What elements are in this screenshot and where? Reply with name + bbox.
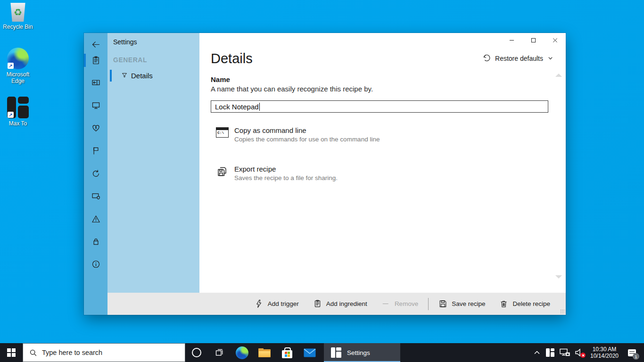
toolbar-label: Add trigger [268, 300, 299, 307]
tray-clock[interactable]: 10:30 AM 10/14/2020 [586, 346, 622, 359]
settings-nav-panel: Settings GENERAL Details [107, 33, 199, 293]
save-recipe-button[interactable]: Save recipe [431, 293, 492, 315]
system-tray: 10:30 AM 10/14/2020 1 [531, 343, 644, 362]
tray-time: 10:30 AM [586, 346, 622, 353]
minimize-button[interactable] [501, 33, 522, 47]
windows-logo-icon [7, 348, 16, 357]
toolbar-label: Delete recipe [512, 300, 550, 307]
tray-maxto-button[interactable] [543, 343, 557, 362]
copy-command-line-button[interactable]: C:\ Copy as command line Copies the comm… [216, 126, 380, 143]
sidebar-item-flags[interactable] [84, 141, 107, 160]
file-explorer-button[interactable] [253, 343, 276, 362]
task-label: Settings [347, 349, 370, 356]
lock-icon [91, 237, 101, 247]
desktop-icon-label: Recycle Bin [3, 24, 33, 30]
network-icon [560, 348, 570, 357]
sidebar-rail [84, 33, 107, 315]
remove-button: Remove [374, 293, 425, 315]
action-subtitle: Copies the commands for use on the comma… [234, 136, 380, 143]
search-placeholder: Type here to search [42, 349, 102, 356]
task-view-button[interactable] [208, 343, 231, 362]
restore-defaults-button[interactable]: Restore defaults [482, 54, 553, 63]
close-icon [553, 38, 558, 43]
toolbar-label: Save recipe [452, 300, 485, 307]
sidebar-item-about[interactable] [84, 255, 107, 273]
sidebar-item-health[interactable] [84, 118, 107, 137]
sidebar-item-recipes[interactable] [84, 51, 107, 70]
minimize-icon [509, 38, 514, 43]
taskbar-task-settings[interactable]: Settings [324, 343, 400, 362]
action-subtitle: Saves the recipe to a file for sharing. [234, 174, 338, 181]
tray-date: 10/14/2020 [586, 353, 622, 359]
text-caret [259, 103, 260, 111]
toolbar-label: Add ingredient [326, 300, 367, 307]
close-button[interactable] [544, 33, 566, 47]
nav-panel-title: Settings [113, 38, 137, 46]
scroll-down-arrow[interactable] [555, 275, 562, 279]
floppy-icon [438, 299, 447, 308]
desktop-icon-maxto[interactable]: ↗ Max To [1, 97, 35, 127]
taskbar: Type here to search [0, 343, 644, 362]
desktop: ♻ Recycle Bin ↗ Microsoft Edge ↗ Max To [0, 0, 644, 362]
cortana-icon [192, 348, 201, 357]
microsoft-store-button[interactable] [276, 343, 298, 362]
resize-grip[interactable] [560, 309, 565, 314]
window-caption-buttons [501, 33, 566, 47]
notification-badge: 1 [633, 353, 639, 360]
chevron-up-icon [534, 351, 540, 354]
warning-triangle-icon [91, 214, 101, 224]
store-icon [282, 350, 292, 358]
sidebar-item-triggers[interactable] [84, 73, 107, 92]
sync-icon [91, 169, 101, 179]
scroll-up-arrow[interactable] [555, 74, 562, 77]
action-title: Export recipe [234, 165, 338, 173]
name-input[interactable]: Lock Notepad [211, 100, 548, 113]
desktop-icon-label: Microsoft Edge [3, 71, 33, 84]
desktop-icon-recycle-bin[interactable]: ♻ Recycle Bin [1, 3, 35, 30]
nav-item-label: Details [131, 72, 153, 80]
mail-button[interactable] [298, 343, 321, 362]
edge-icon [236, 346, 248, 359]
name-label: Name [211, 75, 230, 83]
desktop-icon-microsoft-edge[interactable]: ↗ Microsoft Edge [1, 48, 35, 84]
sidebar-item-permissions[interactable] [84, 187, 107, 206]
maximize-icon [531, 38, 536, 43]
sidebar-item-warnings[interactable] [84, 209, 107, 228]
export-recipe-button[interactable]: Export recipe Saves the recipe to a file… [216, 165, 338, 181]
volume-muted-badge [580, 353, 586, 358]
maxto-icon [546, 348, 554, 357]
sidebar-item-monitors[interactable] [84, 96, 107, 115]
flag-icon [91, 146, 101, 156]
name-description: A name that you can easily recognize thi… [211, 85, 373, 93]
maxto-icon [331, 347, 341, 358]
nav-section-label: GENERAL [113, 56, 147, 64]
back-arrow-icon [91, 40, 101, 49]
chevron-down-icon [547, 55, 553, 61]
add-trigger-button[interactable]: Add trigger [248, 293, 306, 315]
funnel-icon [120, 71, 129, 80]
action-center-button[interactable]: 1 [622, 343, 641, 362]
tray-volume-button[interactable] [572, 343, 586, 362]
trash-icon [499, 299, 508, 308]
maximize-button[interactable] [522, 33, 544, 47]
clipboard-icon [313, 299, 322, 308]
details-page: Details Restore defaults Name A name tha… [199, 33, 566, 293]
sidebar-item-license[interactable] [84, 232, 107, 251]
delete-recipe-button[interactable]: Delete recipe [492, 293, 557, 315]
hidden-icons-button[interactable] [531, 343, 543, 362]
taskbar-edge-button[interactable] [231, 343, 253, 362]
restore-defaults-label: Restore defaults [495, 55, 543, 62]
start-button[interactable] [0, 343, 23, 362]
taskbar-search-input[interactable]: Type here to search [23, 343, 185, 362]
command-prompt-icon: C:\ [216, 127, 229, 138]
cortana-button[interactable] [185, 343, 208, 362]
add-ingredient-button[interactable]: Add ingredient [306, 293, 374, 315]
toolbar-separator [428, 298, 429, 310]
shortcut-arrow-icon: ↗ [8, 63, 14, 69]
recipe-command-bar: Add trigger Add ingredient Remove Save r… [107, 293, 566, 315]
name-input-value: Lock Notepad [215, 103, 259, 111]
tray-network-button[interactable] [557, 343, 572, 362]
nav-item-details[interactable]: Details [107, 68, 199, 83]
sidebar-item-sync[interactable] [84, 164, 107, 183]
desktop-icon-label: Max To [9, 120, 27, 127]
